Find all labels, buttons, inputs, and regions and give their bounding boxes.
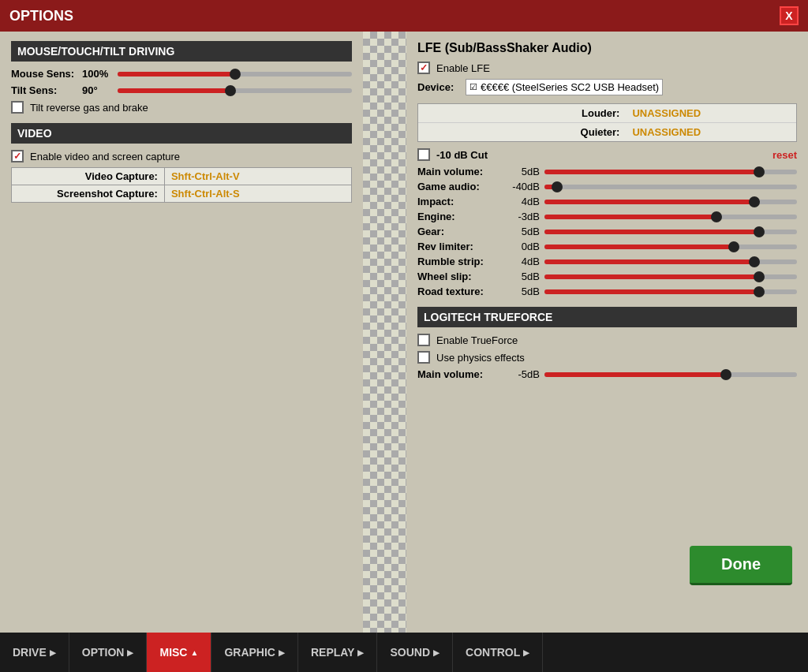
nav-arrow-2: ▲ <box>190 648 198 657</box>
nav-item-misc[interactable]: MISC▲ <box>147 633 211 672</box>
audio-thumb-4[interactable] <box>754 226 765 237</box>
audio-track-5 <box>544 245 797 249</box>
use-physics-checkbox[interactable] <box>417 351 430 364</box>
nav-arrow-3: ▶ <box>279 648 285 657</box>
nav-item-graphic[interactable]: GRAPHIC▶ <box>211 633 298 672</box>
audio-fill-6 <box>544 259 754 264</box>
tilt-sens-row: Tilt Sens: 90° <box>11 84 352 96</box>
nav-arrow-4: ▶ <box>357 648 364 657</box>
panels-row: MOUSE/TOUCH/TILT DRIVING Mouse Sens: 100… <box>0 32 808 633</box>
enable-video-row: Enable video and screen capture <box>11 150 352 162</box>
tilt-sens-value: 90° <box>82 84 118 96</box>
nav-item-option[interactable]: OPTION▶ <box>69 633 148 672</box>
nav-label-0: DRIVE <box>13 646 47 659</box>
title-bar: OPTIONS X <box>0 0 808 32</box>
video-section-header: VIDEO <box>11 123 352 144</box>
screenshot-capture-value[interactable]: Shft-Ctrl-Alt-S <box>164 185 351 203</box>
audio-value-2: 4dB <box>504 196 540 207</box>
audio-thumb-3[interactable] <box>711 211 722 222</box>
audio-value-6: 4dB <box>504 256 540 267</box>
audio-value-7: 5dB <box>504 271 540 282</box>
audio-thumb-7[interactable] <box>754 271 765 282</box>
trueforce-vol-thumb[interactable] <box>720 369 731 380</box>
audio-track-2 <box>544 200 797 204</box>
nav-label-5: SOUND <box>390 646 430 659</box>
audio-track-0 <box>544 170 797 174</box>
audio-row-8: Road texture: 5dB <box>417 286 797 297</box>
audio-track-6 <box>544 259 797 264</box>
use-physics-row: Use physics effects <box>417 351 797 364</box>
tilt-sens-thumb[interactable] <box>225 85 236 96</box>
nav-arrow-1: ▶ <box>127 648 133 657</box>
checker-divider <box>363 32 406 633</box>
audio-thumb-2[interactable] <box>749 196 760 207</box>
enable-video-label: Enable video and screen capture <box>30 151 180 162</box>
mouse-sens-track <box>118 72 352 77</box>
nav-item-drive[interactable]: DRIVE▶ <box>0 633 69 672</box>
audio-thumb-5[interactable] <box>728 241 739 252</box>
nav-label-6: CONTROL <box>466 646 520 659</box>
audio-row-1: Game audio: -40dB <box>417 181 797 192</box>
nav-item-control[interactable]: CONTROL▶ <box>453 633 543 672</box>
db-cut-checkbox[interactable] <box>417 148 430 161</box>
video-capture-value[interactable]: Shft-Ctrl-Alt-V <box>164 168 351 185</box>
video-capture-row: Video Capture: Shft-Ctrl-Alt-V <box>12 168 352 185</box>
audio-row-7: Wheel slip: 5dB <box>417 271 797 282</box>
tilt-sens-fill <box>118 88 230 93</box>
options-area: MOUSE/TOUCH/TILT DRIVING Mouse Sens: 100… <box>0 32 808 633</box>
mouse-sens-label: Mouse Sens: <box>11 68 82 80</box>
nav-arrow-0: ▶ <box>50 648 56 657</box>
nav-bar: DRIVE▶OPTION▶MISC▲GRAPHIC▶REPLAY▶SOUND▶C… <box>0 633 808 672</box>
nav-label-1: OPTION <box>82 646 125 659</box>
quieter-row: Quieter: UNASSIGNED <box>418 123 796 141</box>
keybind-table: Video Capture: Shft-Ctrl-Alt-V Screensho… <box>11 167 352 203</box>
audio-track-8 <box>544 289 797 294</box>
audio-fill-7 <box>544 274 759 279</box>
audio-label-3: Engine: <box>417 211 504 222</box>
audio-row-4: Gear: 5dB <box>417 226 797 237</box>
device-label: Device: <box>417 81 461 93</box>
close-button[interactable]: X <box>780 6 799 25</box>
screenshot-capture-label: Screenshot Capture: <box>12 185 165 203</box>
screenshot-capture-row: Screenshot Capture: Shft-Ctrl-Alt-S <box>12 185 352 203</box>
audio-label-0: Main volume: <box>417 166 504 177</box>
enable-lfe-checkbox[interactable] <box>417 62 430 74</box>
trueforce-volume-row: Main volume: -5dB <box>417 368 797 380</box>
device-checkbox-icon: ☑ <box>469 82 477 92</box>
nav-item-sound[interactable]: SOUND▶ <box>377 633 453 672</box>
done-button[interactable]: Done <box>690 546 792 585</box>
audio-row-0: Main volume: 5dB <box>417 166 797 177</box>
audio-value-1: -40dB <box>504 181 540 192</box>
audio-track-1 <box>544 185 797 189</box>
quieter-value[interactable]: UNASSIGNED <box>626 123 707 141</box>
audio-label-8: Road texture: <box>417 286 504 297</box>
audio-thumb-6[interactable] <box>749 256 760 267</box>
mouse-sens-value: 100% <box>82 68 118 80</box>
audio-fill-4 <box>544 230 759 234</box>
audio-thumb-8[interactable] <box>754 286 765 297</box>
audio-row-5: Rev limiter: 0dB <box>417 241 797 252</box>
tilt-reverse-row: Tilt reverse gas and brake <box>11 101 352 114</box>
audio-thumb-0[interactable] <box>754 166 765 177</box>
audio-label-1: Game audio: <box>417 181 504 192</box>
mouse-sens-thumb[interactable] <box>230 69 241 80</box>
mouse-section-header: MOUSE/TOUCH/TILT DRIVING <box>11 41 352 62</box>
trueforce-vol-track <box>544 372 797 377</box>
nav-item-replay[interactable]: REPLAY▶ <box>298 633 378 672</box>
video-section: VIDEO Enable video and screen capture Vi… <box>11 123 352 203</box>
audio-thumb-1[interactable] <box>552 181 563 192</box>
trueforce-vol-label: Main volume: <box>417 368 504 380</box>
audio-track-4 <box>544 230 797 234</box>
device-select[interactable]: ☑ €€€€€ (SteelSeries SC2 USB Headset) <box>466 79 663 95</box>
audio-fill-0 <box>544 170 759 174</box>
enable-video-checkbox[interactable] <box>11 150 24 162</box>
enable-trueforce-checkbox[interactable] <box>417 334 430 346</box>
louder-value[interactable]: UNASSIGNED <box>626 104 707 122</box>
mouse-sens-fill <box>118 72 235 77</box>
nav-arrow-6: ▶ <box>523 648 529 657</box>
left-panel: MOUSE/TOUCH/TILT DRIVING Mouse Sens: 100… <box>0 32 363 633</box>
tilt-reverse-checkbox[interactable] <box>11 101 24 114</box>
audio-label-2: Impact: <box>417 196 504 207</box>
reset-link[interactable]: reset <box>772 149 797 161</box>
enable-lfe-label: Enable LFE <box>436 62 490 74</box>
